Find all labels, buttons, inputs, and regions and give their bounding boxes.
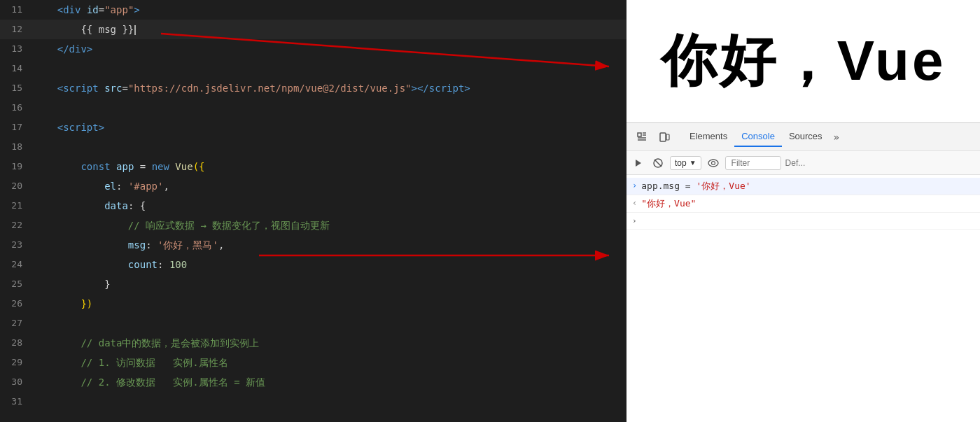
- console-entry-expand: ›: [626, 213, 980, 230]
- svg-rect-4: [638, 133, 641, 136]
- console-entry-input: › app.msg = '你好，Vue': [626, 178, 980, 195]
- console-filter-input[interactable]: [725, 156, 781, 170]
- svg-rect-9: [660, 133, 666, 141]
- console-clear-button[interactable]: [650, 155, 666, 171]
- svg-line-2: [161, 34, 609, 66]
- console-content: › app.msg = '你好，Vue' ‹ "你好，Vue" ›: [626, 175, 980, 422]
- input-arrow-icon: ›: [632, 181, 637, 190]
- console-toolbar: top ▼ Def...: [626, 151, 980, 175]
- devtools-panel: Elements Console Sources » top ▼: [626, 122, 980, 422]
- console-eye-button[interactable]: [706, 155, 721, 171]
- code-editor: 11 <div id="app">12 {{ msg }}13 </div>14…: [0, 0, 626, 422]
- chevron-down-icon: ▼: [690, 159, 696, 167]
- console-output-value: "你好，Vue": [641, 197, 696, 210]
- svg-point-14: [708, 160, 718, 167]
- tab-sources[interactable]: Sources: [782, 127, 830, 147]
- svg-marker-11: [636, 160, 641, 167]
- context-selector[interactable]: top ▼: [670, 156, 701, 170]
- devtools-tabs: Elements Console Sources »: [682, 127, 974, 147]
- browser-panel: 你好，Vue Elements: [626, 0, 980, 422]
- browser-preview: 你好，Vue: [626, 0, 980, 122]
- svg-line-13: [654, 160, 662, 167]
- svg-point-15: [711, 161, 715, 164]
- context-label: top: [675, 158, 687, 168]
- expand-arrow-icon: ›: [632, 216, 637, 225]
- tab-console[interactable]: Console: [734, 127, 782, 147]
- default-levels-label: Def...: [785, 158, 806, 168]
- console-play-button[interactable]: [631, 155, 646, 171]
- svg-rect-10: [666, 134, 669, 140]
- more-tabs-button[interactable]: »: [830, 127, 844, 147]
- arrows-overlay: [0, 0, 626, 422]
- device-toggle-button[interactable]: [654, 127, 674, 147]
- preview-text: 你好，Vue: [661, 24, 946, 99]
- tab-elements[interactable]: Elements: [682, 127, 734, 147]
- console-entry-output: ‹ "你好，Vue": [626, 195, 980, 213]
- output-arrow-icon: ‹: [632, 198, 637, 208]
- devtools-toolbar: Elements Console Sources »: [626, 123, 980, 151]
- console-input-code: app.msg = '你好，Vue': [641, 180, 750, 192]
- inspect-element-button[interactable]: [632, 127, 652, 147]
